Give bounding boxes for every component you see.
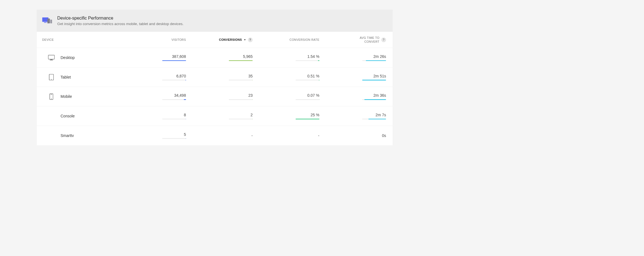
col-conversion-rate-label: CONVERSION RATE	[290, 38, 319, 41]
metric-conversions-value: 5,965	[243, 54, 253, 59]
svg-point-11	[51, 98, 52, 99]
col-device[interactable]: DEVICE	[42, 38, 119, 41]
metric-bar	[296, 99, 320, 100]
metric-visitors: 34,498	[119, 93, 186, 100]
metric-conversion-rate: 25 %	[253, 113, 319, 119]
col-visitors-label: VISITORS	[171, 38, 186, 41]
metric-conversions-value: 35	[248, 74, 253, 78]
metric-visitors-value: 34,498	[174, 93, 186, 98]
metric-visitors-value: 387,608	[172, 54, 186, 59]
metric-avg-time-value: 2m 51s	[373, 74, 386, 78]
metric-conversions: 2	[186, 113, 253, 119]
svg-rect-10	[51, 94, 52, 95]
metric-conversions-value: 2	[250, 113, 253, 117]
metric-avg-time: 2m 26s	[319, 54, 386, 61]
metric-avg-time-value: 2m 36s	[373, 93, 386, 98]
metric-conversions: -	[186, 133, 253, 138]
help-avg-time-icon[interactable]: ?	[381, 37, 386, 42]
col-conversions-label: CONVERSIONS	[219, 38, 242, 41]
col-conversion-rate[interactable]: CONVERSION RATE	[253, 38, 319, 41]
metric-conversion-rate-value: 25 %	[310, 113, 319, 117]
desktop-icon	[42, 55, 61, 60]
svg-rect-5	[50, 60, 53, 60]
metric-conversion-rate-value: 0.07 %	[307, 93, 320, 98]
metric-bar	[162, 118, 186, 119]
svg-rect-6	[50, 60, 53, 60]
metric-avg-time: 2m 51s	[319, 74, 386, 80]
svg-rect-2	[47, 18, 50, 23]
table-row[interactable]: Desktop 387,608 5,965 1.54 % 2m 26s	[37, 48, 392, 68]
metric-bar	[362, 118, 386, 119]
col-device-label: DEVICE	[42, 38, 54, 41]
metric-bar	[162, 138, 186, 139]
metric-visitors: 8	[119, 113, 186, 119]
metric-bar	[162, 80, 186, 80]
metric-visitors: 387,608	[119, 54, 186, 61]
metric-bar	[362, 60, 386, 61]
metric-conversion-rate: -	[253, 133, 319, 138]
metric-visitors-value: 6,870	[176, 74, 186, 78]
col-avg-time-label-1: AVG TIME TO	[360, 36, 380, 39]
panel-header: Device-specific Performance Get insight …	[37, 10, 392, 32]
metric-bar	[296, 60, 320, 61]
metric-bar	[296, 118, 320, 119]
metric-avg-time: 0s	[319, 133, 386, 138]
metric-visitors: 5	[119, 132, 186, 139]
device-name: Tablet	[61, 75, 119, 79]
metric-avg-time-value: 2m 26s	[373, 54, 386, 59]
devices-icon	[42, 17, 52, 25]
table-header-row: DEVICE VISITORS CONVERSIONS ▼ ? CONVERSI…	[37, 32, 392, 48]
svg-rect-4	[48, 55, 54, 59]
metric-visitors: 6,870	[119, 74, 186, 80]
metric-visitors-value: 5	[184, 132, 186, 137]
metric-bar	[229, 118, 253, 119]
metric-conversion-rate: 0.07 %	[253, 93, 319, 100]
device-name: Mobile	[61, 94, 119, 99]
col-avg-time[interactable]: AVG TIME TO CONVERT ?	[319, 36, 386, 44]
help-conversions-icon[interactable]: ?	[248, 37, 253, 42]
metric-visitors-value: 8	[184, 113, 186, 117]
metric-bar	[362, 80, 386, 80]
metric-avg-time-value: 2m 7s	[376, 113, 386, 117]
device-performance-panel: Device-specific Performance Get insight …	[37, 10, 392, 145]
metric-conversions-value: 23	[248, 93, 253, 98]
metric-bar	[296, 80, 320, 80]
table-row[interactable]: Tablet 6,870 35 0.51 % 2m 51s	[37, 68, 392, 87]
svg-rect-1	[44, 22, 47, 23]
metric-bar	[362, 99, 386, 100]
metric-conversion-rate: 0.51 %	[253, 74, 319, 80]
table-row[interactable]: Mobile 34,498 23 0.07 % 2m 36s	[37, 87, 392, 106]
svg-point-8	[51, 79, 52, 80]
svg-rect-3	[50, 20, 52, 23]
sort-desc-icon: ▼	[244, 39, 246, 41]
metric-conversion-rate-value: 1.54 %	[307, 54, 320, 59]
metric-conversions: 23	[186, 93, 253, 100]
col-conversions[interactable]: CONVERSIONS ▼ ?	[186, 37, 253, 42]
metric-avg-time: 2m 36s	[319, 93, 386, 100]
table-row[interactable]: Smarttv 5 - - 0s	[37, 126, 392, 145]
device-name: Smarttv	[61, 133, 119, 138]
device-name: Console	[61, 114, 119, 118]
metric-conversion-rate: 1.54 %	[253, 54, 319, 61]
panel-title: Device-specific Performance	[57, 15, 184, 21]
metric-avg-time: 2m 7s	[319, 113, 386, 119]
metric-bar	[229, 99, 253, 100]
metric-conversion-rate-value: 0.51 %	[307, 74, 320, 78]
tablet-icon	[42, 74, 61, 80]
table-row[interactable]: Console 8 2 25 % 2m 7s	[37, 106, 392, 126]
panel-subtitle: Get insight into conversion metrics acro…	[57, 22, 184, 26]
metric-conversions: 35	[186, 74, 253, 80]
metric-bar	[162, 99, 186, 100]
metric-avg-time-value: 0s	[382, 133, 386, 138]
col-visitors[interactable]: VISITORS	[119, 38, 186, 41]
metric-bar	[229, 80, 253, 80]
metric-bar	[229, 60, 253, 61]
mobile-icon	[42, 93, 61, 100]
device-name: Desktop	[61, 55, 119, 60]
col-avg-time-label-2: CONVERT	[364, 40, 380, 43]
metric-conversions: 5,965	[186, 54, 253, 61]
metric-bar	[162, 60, 186, 61]
